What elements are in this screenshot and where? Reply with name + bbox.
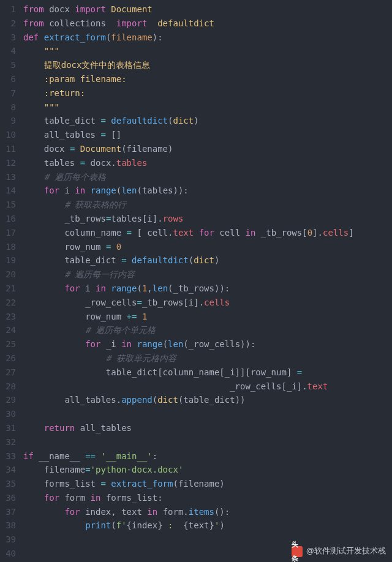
line-number: 34 (0, 463, 16, 477)
line-number: 13 (0, 170, 16, 184)
line-number: 29 (0, 393, 16, 407)
code-editor: 1234567891011121314151617181920212223242… (0, 0, 392, 562)
code-line: for form in forms_list: (23, 491, 392, 505)
code-line: from docx import Document (23, 2, 392, 17)
code-line: all_tables = [] (23, 128, 392, 142)
line-number: 3 (0, 31, 16, 45)
toutiao-logo-icon: 头条 (292, 546, 303, 557)
line-number: 8 (0, 100, 16, 114)
code-line: for _i in range(len(_row_cells)): (23, 337, 392, 351)
line-number: 11 (0, 142, 16, 156)
line-number: 31 (0, 421, 16, 435)
code-line: # 获取单元格内容 (23, 351, 392, 365)
line-number: 7 (0, 86, 16, 100)
code-line: # 遍历每一行内容 (23, 268, 392, 282)
code-line: all_tables.append(dict(table_dict)) (23, 393, 392, 407)
code-line: table_dict = defaultdict(dict) (23, 114, 392, 128)
line-number: 19 (0, 253, 16, 268)
code-line: _tb_rows=tables[i].rows (23, 212, 392, 226)
line-number: 22 (0, 296, 16, 310)
code-line: if __name__ == '__main__': (23, 449, 392, 463)
code-line: filename='python-docx.docx' (23, 463, 392, 477)
code-line: :param filename: (23, 72, 392, 86)
code-line: # 遍历每个表格 (23, 170, 392, 184)
code-line: for i in range(len(tables)): (23, 184, 392, 198)
code-line: row_num = 0 (23, 240, 392, 254)
line-number: 24 (0, 323, 16, 337)
code-line: tables = docx.tables (23, 156, 392, 170)
code-line: from collections import defaultdict (23, 17, 392, 31)
line-number: 18 (0, 240, 16, 254)
code-line: table_dict = defaultdict(dict) (23, 253, 392, 268)
line-number: 25 (0, 337, 16, 351)
line-number: 39 (0, 533, 16, 547)
code-line: column_name = [ cell.text for cell in _t… (23, 226, 392, 240)
code-line: :return: (23, 86, 392, 100)
line-number: 26 (0, 351, 16, 365)
line-number: 30 (0, 407, 16, 421)
line-number: 32 (0, 435, 16, 449)
line-number: 17 (0, 226, 16, 240)
code-line: row_num += 1 (23, 310, 392, 324)
code-line: _row_cells[_i].text (23, 380, 392, 394)
code-line (23, 407, 392, 421)
code-line: table_dict[column_name[_i]][row_num] = (23, 365, 392, 380)
line-number: 27 (0, 365, 16, 380)
code-line: # 遍历每个单元格 (23, 323, 392, 337)
line-number: 1 (0, 2, 16, 17)
line-number: 33 (0, 449, 16, 463)
line-number: 14 (0, 184, 16, 198)
code-line: _row_cells=_tb_rows[i].cells (23, 296, 392, 310)
code-area: from docx import Documentfrom collection… (21, 2, 392, 562)
code-line: def extract_form(filename): (23, 31, 392, 45)
line-number: 20 (0, 268, 16, 282)
code-line: """ (23, 44, 392, 58)
line-number: 36 (0, 491, 16, 505)
code-line: forms_list = extract_form(filename) (23, 477, 392, 491)
code-line: # 获取表格的行 (23, 198, 392, 212)
line-number: 9 (0, 114, 16, 128)
line-number: 12 (0, 156, 16, 170)
line-number: 10 (0, 128, 16, 142)
code-line: 提取docx文件中的表格信息 (23, 58, 392, 72)
line-number: 23 (0, 310, 16, 324)
line-number: 37 (0, 505, 16, 519)
code-line (23, 435, 392, 449)
line-number: 28 (0, 380, 16, 394)
line-number: 15 (0, 198, 16, 212)
line-number: 38 (0, 519, 16, 533)
code-line: for i in range(1,len(_tb_rows)): (23, 282, 392, 296)
line-number: 2 (0, 17, 16, 31)
line-number: 35 (0, 477, 16, 491)
line-number: 6 (0, 72, 16, 86)
code-line: print(f'{index} : {text}') (23, 519, 392, 533)
line-number: 21 (0, 282, 16, 296)
code-line: return all_tables (23, 421, 392, 435)
code-line: for index, text in form.items(): (23, 505, 392, 519)
watermark: 头条 @软件测试开发技术栈 (292, 544, 386, 558)
line-number: 40 (0, 547, 16, 561)
code-line: """ (23, 100, 392, 114)
line-number: 5 (0, 58, 16, 72)
line-number-gutter: 1234567891011121314151617181920212223242… (0, 2, 21, 562)
line-number: 16 (0, 212, 16, 226)
line-number: 4 (0, 44, 16, 58)
code-line: docx = Document(filename) (23, 142, 392, 156)
watermark-handle: @软件测试开发技术栈 (306, 544, 386, 558)
